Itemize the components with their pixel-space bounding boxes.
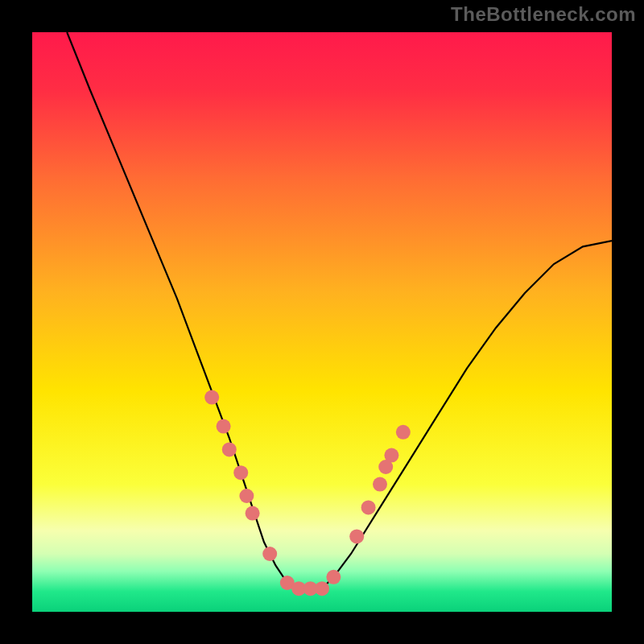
chart-frame: TheBottleneck.com <box>0 0 644 644</box>
highlight-dot <box>326 570 341 584</box>
highlight-dot <box>262 547 277 561</box>
highlight-dot <box>396 425 411 440</box>
watermark-text: TheBottleneck.com <box>451 3 636 26</box>
highlight-dot <box>361 500 376 514</box>
highlight-dot <box>373 477 387 492</box>
highlight-dot <box>384 448 398 463</box>
highlight-dot <box>217 419 231 434</box>
chart-svg <box>32 32 612 612</box>
gradient-background <box>32 32 612 612</box>
highlight-dot <box>222 442 237 456</box>
highlight-dot <box>246 506 260 521</box>
highlight-dot <box>233 465 248 480</box>
highlight-dot <box>239 489 254 503</box>
plot-area <box>32 32 612 612</box>
highlight-dot <box>315 581 329 596</box>
highlight-dot <box>349 529 364 543</box>
highlight-dot <box>204 390 219 405</box>
